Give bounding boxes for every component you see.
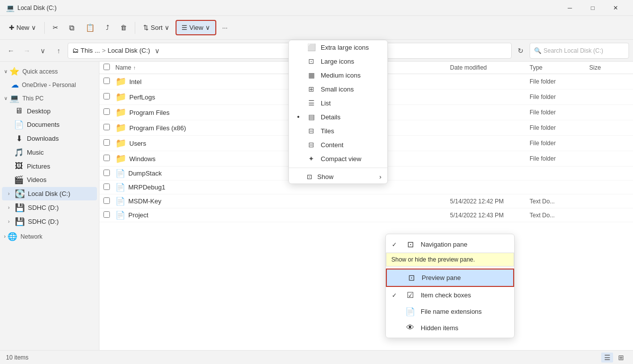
status-bar: 10 items ☰ ⊞ xyxy=(0,350,633,364)
submenu-item-navigation-pane[interactable]: ✓ ⊡ Navigation pane xyxy=(386,236,514,253)
file-name: Program Files (x86) xyxy=(129,124,186,132)
compact-icon: ✦ xyxy=(307,155,316,163)
nav-pane-check: ✓ xyxy=(392,241,400,248)
select-all-checkbox[interactable] xyxy=(103,64,110,70)
row-check[interactable] xyxy=(103,124,115,132)
row-checkbox[interactable] xyxy=(103,155,110,161)
submenu-item-preview-pane[interactable]: ⊡ Preview pane xyxy=(386,269,514,287)
network-item[interactable]: › 🌐 Network xyxy=(0,229,99,242)
large-icons-label: Large icons xyxy=(321,58,354,65)
row-check[interactable] xyxy=(103,197,115,205)
sidebar-item-pictures[interactable]: 🖼 Pictures xyxy=(2,160,97,173)
menu-item-large-icons[interactable]: ⊡ Large icons xyxy=(289,54,387,68)
close-button[interactable]: ✕ xyxy=(604,0,627,16)
submenu-item-hidden-items[interactable]: 👁 Hidden items xyxy=(386,320,514,336)
row-checkbox[interactable] xyxy=(103,197,110,204)
refresh-button[interactable]: ↻ xyxy=(514,44,528,58)
row-checkbox[interactable] xyxy=(103,93,110,99)
cut-button[interactable]: ✂ xyxy=(48,21,63,34)
menu-item-tiles[interactable]: ⊟ Tiles xyxy=(289,124,387,138)
menu-item-list[interactable]: ☰ List xyxy=(289,96,387,110)
search-box[interactable]: 🔍 Search Local Disk (C:) xyxy=(530,43,629,59)
row-checkbox[interactable] xyxy=(103,139,110,146)
menu-item-show[interactable]: ⊡ Show › xyxy=(289,170,387,183)
row-check[interactable] xyxy=(103,93,115,101)
row-check[interactable] xyxy=(103,170,115,178)
menu-item-content[interactable]: ⊟ Content xyxy=(289,138,387,152)
up-button[interactable]: ↑ xyxy=(52,44,66,58)
desktop-icon: 🖥 xyxy=(14,106,24,115)
row-check[interactable] xyxy=(103,139,115,147)
sidebar-item-sdhc-d-2[interactable]: › 💾 SDHC (D:) xyxy=(2,215,97,228)
row-checkbox[interactable] xyxy=(103,170,110,176)
onedrive-item[interactable]: ☁ OneDrive - Personal xyxy=(0,77,99,91)
submenu-item-item-check-boxes[interactable]: ✓ ☑ Item check boxes xyxy=(386,287,514,303)
copy-button[interactable]: ⧉ xyxy=(64,20,80,35)
row-check[interactable] xyxy=(103,155,115,163)
quick-access-header[interactable]: ∨ ⭐ Quick access xyxy=(0,64,99,77)
folder-icon: 📁 xyxy=(115,91,126,102)
header-checkbox[interactable] xyxy=(103,64,115,72)
share-icon: ⤴ xyxy=(106,24,109,31)
menu-item-details[interactable]: • ▤ Details xyxy=(289,110,387,124)
sidebar-item-downloads[interactable]: ⬇ Downloads xyxy=(2,132,97,145)
file-icon: 📄 xyxy=(115,196,125,206)
new-button[interactable]: ✚ New ∨ xyxy=(4,21,41,34)
forward-button[interactable]: → xyxy=(20,44,34,58)
row-checkbox[interactable] xyxy=(103,124,110,130)
large-view-button[interactable]: ⊞ xyxy=(615,353,627,363)
row-type: File folder xyxy=(530,124,589,131)
path-local-disk[interactable]: Local Disk (C:) xyxy=(108,47,150,54)
sidebar-item-documents[interactable]: 📄 Documents xyxy=(2,118,97,131)
row-checkbox[interactable] xyxy=(103,183,110,190)
back-button[interactable]: ← xyxy=(4,44,18,58)
header-type[interactable]: Type xyxy=(530,64,589,71)
recent-button[interactable]: ∨ xyxy=(36,44,50,58)
header-size[interactable]: Size xyxy=(589,64,629,71)
row-check[interactable] xyxy=(103,211,115,219)
sidebar-item-sdhc-d-1[interactable]: › 💾 SDHC (D:) xyxy=(2,201,97,214)
table-row[interactable]: 📄MSDM-Key 5/14/2022 12:42 PM Text Do... xyxy=(99,194,633,208)
paste-icon: 📋 xyxy=(86,23,95,32)
header-date[interactable]: Date modified xyxy=(450,64,530,71)
paste-button[interactable]: 📋 xyxy=(81,20,100,35)
submenu-item-file-name-extensions[interactable]: 📄 File name extensions xyxy=(386,303,514,320)
this-pc-arrow: ∨ xyxy=(4,95,7,101)
sidebar-item-videos[interactable]: 🎬 Videos xyxy=(2,173,97,186)
menu-item-small-icons[interactable]: ⊞ Small icons xyxy=(289,82,387,96)
share-button[interactable]: ⤴ xyxy=(101,21,114,34)
more-button[interactable]: ··· xyxy=(217,21,233,34)
cut-icon: ✂ xyxy=(53,24,58,31)
maximize-button[interactable]: □ xyxy=(581,0,604,16)
file-name: MSDM-Key xyxy=(128,197,161,205)
sidebar-item-music[interactable]: 🎵 Music xyxy=(2,146,97,159)
sidebar-item-desktop[interactable]: 🖥 Desktop xyxy=(2,104,97,117)
sort-button[interactable]: ⇅ Sort ∨ xyxy=(138,21,175,34)
item-checkboxes-check: ✓ xyxy=(392,292,400,299)
path-this-pc[interactable]: This ... xyxy=(81,47,100,54)
delete-button[interactable]: 🗑 xyxy=(115,21,132,34)
menu-item-medium-icons[interactable]: ▦ Medium icons xyxy=(289,68,387,82)
row-checkbox[interactable] xyxy=(103,78,110,84)
hidden-items-label: Hidden items xyxy=(421,324,458,332)
list-view-button[interactable]: ☰ xyxy=(601,353,613,363)
row-checkbox[interactable] xyxy=(103,211,110,218)
minimize-button[interactable]: ─ xyxy=(558,0,581,16)
window-controls: ─ □ ✕ xyxy=(558,0,627,16)
sidebar-item-local-disk-c[interactable]: › 💽 Local Disk (C:) xyxy=(2,187,97,200)
row-checkbox[interactable] xyxy=(103,108,110,115)
header-name[interactable]: Name ↑ xyxy=(115,64,450,71)
menu-item-extra-large-icons[interactable]: ⬜ Extra large icons xyxy=(289,40,387,54)
table-row[interactable]: 📄Project 5/14/2022 12:43 PM Text Do... xyxy=(99,208,633,222)
row-check[interactable] xyxy=(103,108,115,116)
path-dropdown-button[interactable]: ∨ xyxy=(152,46,162,56)
this-pc-label: This PC xyxy=(22,95,44,102)
details-check: • xyxy=(295,113,302,121)
menu-item-compact-view[interactable]: ✦ Compact view xyxy=(289,152,387,166)
view-dropdown-menu: ⬜ Extra large icons ⊡ Large icons ▦ Medi… xyxy=(288,40,388,184)
view-button[interactable]: ☰ View ∨ xyxy=(176,20,216,35)
row-check[interactable] xyxy=(103,183,115,191)
row-check[interactable] xyxy=(103,78,115,86)
copy-icon: ⧉ xyxy=(69,23,75,32)
this-pc-header[interactable]: ∨ 💻 This PC xyxy=(0,91,99,104)
